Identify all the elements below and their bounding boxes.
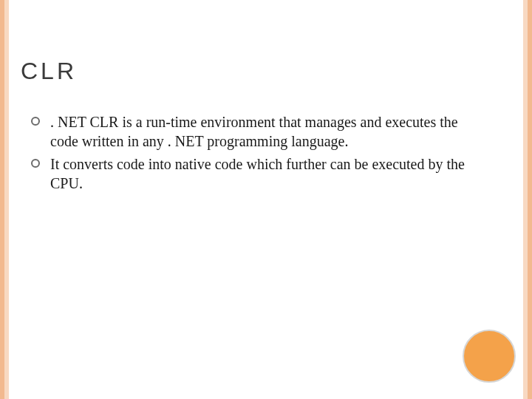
bullet-icon (31, 117, 40, 126)
list-item: . NET CLR is a run-time environment that… (31, 112, 488, 151)
decorative-circle (463, 330, 516, 383)
bullet-icon (31, 159, 40, 168)
slide-body: . NET CLR is a run-time environment that… (31, 112, 488, 197)
bullet-text: . NET CLR is a run-time environment that… (50, 112, 488, 151)
slide-title: CLR (21, 58, 77, 85)
border-stripe-left-inner (4, 0, 9, 399)
slide: CLR . NET CLR is a run-time environment … (0, 0, 532, 399)
border-stripe-right-outer (528, 0, 532, 399)
bullet-text: It converts code into native code which … (50, 154, 488, 194)
list-item: It converts code into native code which … (31, 154, 488, 194)
